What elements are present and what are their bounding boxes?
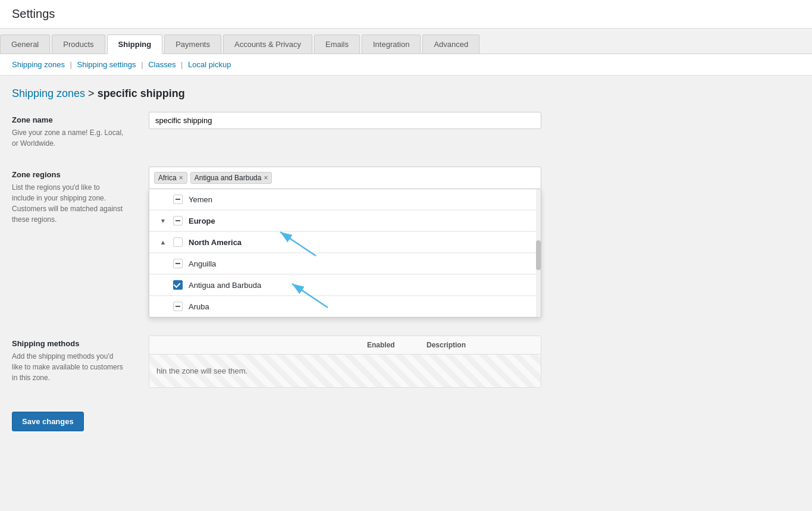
- zone-name-input[interactable]: [149, 112, 541, 129]
- scrollbar-track[interactable]: [536, 189, 541, 317]
- zone-regions-row: Zone regions List the regions you'd like…: [12, 167, 800, 318]
- tab-general[interactable]: General: [0, 35, 50, 54]
- dropdown-item-anguilla[interactable]: Anguilla: [149, 253, 541, 274]
- svg-line-3: [292, 284, 328, 308]
- tabs-bar: General Products Shipping Payments Accou…: [0, 29, 812, 54]
- dropdown-item-north-america[interactable]: ▲ North America: [149, 232, 541, 253]
- tab-payments[interactable]: Payments: [164, 35, 221, 54]
- dropdown-item-aruba[interactable]: Aruba: [149, 296, 541, 317]
- subnav-shipping-settings[interactable]: Shipping settings: [77, 60, 136, 69]
- breadcrumb-current: specific shipping: [98, 87, 185, 99]
- zone-name-desc: Give your zone a name! E.g. Local, or Wo…: [12, 127, 137, 149]
- zone-name-row: Zone name Give your zone a name! E.g. Lo…: [12, 112, 800, 149]
- tab-shipping[interactable]: Shipping: [107, 35, 163, 54]
- expand-north-america-icon: ▲: [159, 238, 167, 246]
- col-enabled-header: Enabled: [367, 341, 427, 349]
- breadcrumb-parent[interactable]: Shipping zones: [12, 87, 85, 99]
- methods-table-header: Enabled Description: [149, 336, 541, 355]
- zone-regions-select[interactable]: Africa × Antigua and Barbuda ×: [149, 167, 541, 189]
- shipping-methods-desc: Add the shipping methods you'd like to m…: [12, 351, 137, 383]
- subnav-classes[interactable]: Classes: [148, 60, 175, 69]
- dropdown-item-label-aruba: Aruba: [189, 302, 209, 311]
- expand-europe-icon: ▾: [159, 217, 167, 225]
- checkbox-anguilla: [173, 259, 183, 268]
- dropdown-item-europe[interactable]: ▾ Europe: [149, 211, 541, 231]
- tab-integration[interactable]: Integration: [362, 35, 421, 54]
- dropdown-item-yemen[interactable]: Yemen: [149, 189, 541, 210]
- shipping-methods-label: Shipping methods: [12, 339, 137, 348]
- breadcrumb: Shipping zones > specific shipping: [12, 87, 800, 100]
- col-method: [156, 341, 367, 349]
- zone-regions-label: Zone regions: [12, 170, 137, 179]
- shipping-methods-row: Shipping methods Add the shipping method…: [12, 336, 800, 388]
- dropdown-item-antigua-barbuda[interactable]: Antigua and Barbuda: [149, 275, 541, 296]
- arrow-north-america: [274, 226, 322, 262]
- scrollbar-thumb[interactable]: [536, 240, 541, 270]
- dropdown-item-label-north-america: North America: [189, 238, 242, 247]
- subnav-local-pickup[interactable]: Local pickup: [188, 60, 231, 69]
- tag-antigua[interactable]: Antigua and Barbuda ×: [190, 172, 272, 184]
- tab-products[interactable]: Products: [52, 35, 105, 54]
- tab-accounts-privacy[interactable]: Accounts & Privacy: [223, 35, 312, 54]
- svg-line-1: [280, 232, 316, 256]
- dropdown-item-label-europe: Europe: [189, 217, 215, 225]
- shipping-methods-table: Enabled Description hin the zone will se…: [149, 336, 541, 388]
- tag-antigua-close[interactable]: ×: [264, 174, 268, 181]
- dropdown-item-label-yemen: Yemen: [189, 195, 212, 204]
- zone-name-label: Zone name: [12, 115, 137, 124]
- dropdown-item-label-antigua-barbuda: Antigua and Barbuda: [189, 281, 261, 290]
- save-changes-button[interactable]: Save changes: [12, 412, 84, 431]
- checkbox-north-america: [173, 237, 183, 247]
- tab-advanced[interactable]: Advanced: [422, 35, 479, 54]
- checkbox-europe: [173, 216, 183, 225]
- checkbox-antigua-barbuda: [173, 280, 183, 290]
- tag-africa-close[interactable]: ×: [179, 174, 183, 181]
- checkbox-yemen: [173, 195, 183, 204]
- sub-nav: Shipping zones | Shipping settings | Cla…: [0, 54, 812, 76]
- save-changes-container: Save changes: [12, 412, 800, 431]
- arrow-antigua: [286, 278, 334, 314]
- subnav-shipping-zones[interactable]: Shipping zones: [12, 60, 65, 69]
- zone-regions-desc: List the regions you'd like to include i…: [12, 182, 137, 225]
- zone-regions-dropdown-container: Africa × Antigua and Barbuda ×: [149, 167, 541, 318]
- methods-empty: hin the zone will see them.: [149, 355, 541, 387]
- tag-antigua-label: Antigua and Barbuda: [195, 174, 262, 182]
- col-description-header: Description: [427, 341, 534, 349]
- tag-africa[interactable]: Africa ×: [154, 172, 187, 184]
- dropdown-list: Yemen ▾ Europe: [149, 189, 541, 318]
- checkbox-aruba: [173, 302, 183, 311]
- page-title: Settings: [0, 0, 812, 29]
- tab-emails[interactable]: Emails: [314, 35, 360, 54]
- dropdown-item-label-anguilla: Anguilla: [189, 259, 216, 268]
- tag-africa-label: Africa: [158, 174, 177, 182]
